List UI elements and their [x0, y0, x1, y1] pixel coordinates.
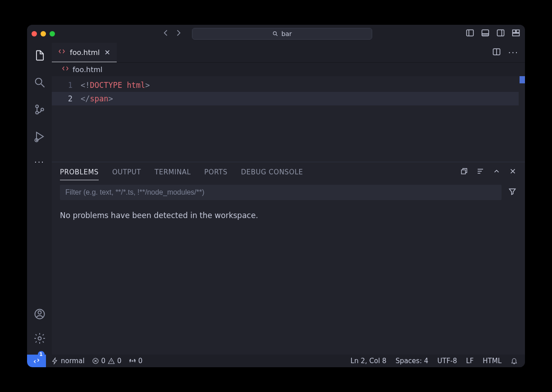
- tab-close-button[interactable]: ✕: [104, 48, 110, 57]
- search-icon: [272, 31, 278, 37]
- editor-tabs: foo.html ✕ ···: [52, 43, 525, 63]
- svg-point-15: [38, 337, 41, 340]
- status-errors[interactable]: 0 0: [92, 357, 122, 365]
- tab-filename: foo.html: [70, 48, 100, 57]
- status-indentation[interactable]: Spaces: 4: [396, 357, 429, 365]
- command-center[interactable]: bar: [192, 28, 372, 40]
- problems-filter-row: [60, 185, 517, 200]
- minimap-highlight: [520, 76, 525, 83]
- nav-arrows: [161, 28, 183, 39]
- view-as-list-button[interactable]: [476, 167, 484, 177]
- filter-icon[interactable]: [508, 187, 517, 198]
- problems-empty-message: No problems have been detected in the wo…: [60, 211, 258, 220]
- panel-tab-debug-console[interactable]: DEBUG CONSOLE: [241, 168, 303, 176]
- editor-group: foo.html ✕ ··· foo.html 12 <!DOCTYPE htm…: [52, 43, 525, 355]
- toggle-secondary-sidebar-button[interactable]: [496, 28, 505, 39]
- minimize-window-button[interactable]: [41, 31, 46, 36]
- line-number: 2: [52, 92, 73, 105]
- collapse-all-button[interactable]: [460, 167, 468, 177]
- panel-close-button[interactable]: [509, 167, 517, 177]
- window-controls: [32, 31, 55, 36]
- html-file-icon: [62, 65, 69, 74]
- nav-back-button[interactable]: [161, 28, 170, 39]
- svg-point-14: [38, 311, 41, 314]
- explorer-view-button[interactable]: [33, 49, 46, 64]
- svg-rect-17: [461, 170, 465, 174]
- editor-more-actions-button[interactable]: ···: [508, 48, 519, 57]
- close-window-button[interactable]: [32, 31, 37, 36]
- panel-tabs: PROBLEMSOUTPUTTERMINALPORTSDEBUG CONSOLE: [52, 162, 525, 182]
- code-editor[interactable]: 12 <!DOCTYPE html></span>: [52, 76, 525, 162]
- status-ports[interactable]: 0: [129, 357, 143, 365]
- svg-rect-4: [497, 30, 504, 36]
- fullscreen-window-button[interactable]: [50, 31, 55, 36]
- customize-layout-button[interactable]: [511, 28, 520, 39]
- manage-settings-button[interactable]: 1: [33, 332, 46, 346]
- search-view-button[interactable]: [33, 76, 46, 91]
- html-file-icon: [58, 48, 65, 57]
- svg-point-9: [36, 105, 38, 108]
- toggle-primary-sidebar-button[interactable]: [465, 28, 474, 39]
- status-mode[interactable]: normal: [51, 357, 85, 365]
- svg-rect-5: [513, 30, 516, 32]
- svg-point-8: [35, 78, 41, 85]
- panel-tab-output[interactable]: OUTPUT: [112, 168, 141, 176]
- editor-tab-active[interactable]: foo.html ✕: [52, 43, 117, 62]
- status-encoding[interactable]: UTF-8: [438, 357, 457, 365]
- activity-bar: ··· 1: [27, 43, 52, 355]
- settings-badge: 1: [38, 351, 45, 358]
- breadcrumb[interactable]: foo.html: [52, 63, 525, 76]
- problems-filter-input[interactable]: [60, 185, 502, 200]
- problems-body: No problems have been detected in the wo…: [52, 203, 525, 355]
- bottom-panel: PROBLEMSOUTPUTTERMINALPORTSDEBUG CONSOLE…: [52, 162, 525, 355]
- panel-tab-ports[interactable]: PORTS: [204, 168, 227, 176]
- svg-point-19: [132, 360, 133, 362]
- code-line: </span>: [81, 92, 150, 105]
- svg-rect-3: [482, 34, 489, 36]
- title-layout-controls: [465, 28, 520, 39]
- code-content: <!DOCTYPE html></span>: [81, 76, 150, 162]
- source-control-view-button[interactable]: [33, 103, 46, 118]
- status-bar: normal 0 0 0 Ln 2, Col 8 Spaces: 4 UTF-8…: [27, 355, 525, 367]
- svg-rect-1: [467, 30, 474, 36]
- line-number-gutter: 12: [52, 76, 81, 162]
- svg-rect-7: [513, 33, 520, 36]
- app-window: bar ··· 1: [27, 25, 525, 367]
- svg-point-0: [274, 32, 277, 35]
- nav-forward-button[interactable]: [174, 28, 183, 39]
- command-center-text: bar: [281, 30, 292, 37]
- panel-tab-terminal[interactable]: TERMINAL: [155, 168, 191, 176]
- status-notifications-button[interactable]: [511, 357, 518, 365]
- status-cursor-position[interactable]: Ln 2, Col 8: [351, 357, 387, 365]
- status-language[interactable]: HTML: [483, 357, 502, 365]
- panel-tab-problems[interactable]: PROBLEMS: [60, 168, 99, 180]
- breadcrumb-filename: foo.html: [73, 65, 102, 74]
- titlebar: bar: [27, 25, 525, 43]
- code-line: <!DOCTYPE html>: [81, 78, 150, 92]
- toggle-panel-button[interactable]: [481, 28, 490, 39]
- additional-views-button[interactable]: ···: [34, 157, 45, 167]
- status-eol[interactable]: LF: [466, 357, 474, 365]
- panel-maximize-button[interactable]: [493, 167, 501, 177]
- accounts-button[interactable]: [33, 308, 46, 322]
- svg-point-10: [36, 111, 38, 114]
- svg-rect-6: [516, 30, 520, 32]
- run-debug-view-button[interactable]: [33, 130, 46, 145]
- split-editor-button[interactable]: [492, 47, 501, 58]
- line-number: 1: [52, 78, 73, 92]
